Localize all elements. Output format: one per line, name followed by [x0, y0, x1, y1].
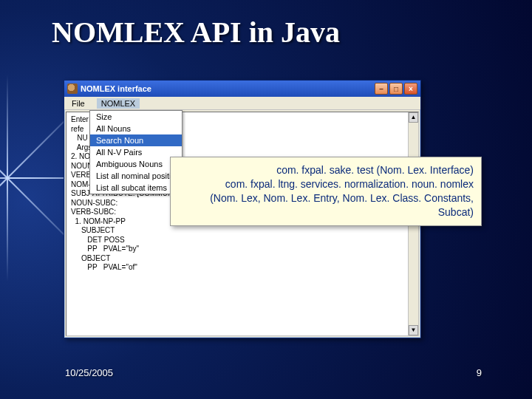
footer-page-number: 9: [477, 367, 482, 378]
minimize-button[interactable]: –: [375, 83, 388, 95]
window-title: NOMLEX interface: [81, 84, 375, 93]
callout-line: (Nom. Lex, Nom. Lex. Entry, Nom. Lex. Cl…: [178, 191, 474, 219]
dropdown-item-all-nv-pairs[interactable]: All N-V Pairs: [90, 146, 182, 158]
output-line: DET POSS: [71, 236, 414, 245]
callout-line: com. fxpal. sake. test (Nom. Lex. Interf…: [178, 163, 474, 177]
callout-line: com. fxpal. ltng. services. normalizatio…: [178, 177, 474, 191]
close-button[interactable]: ×: [404, 83, 417, 95]
menu-bar: File NOMLEX: [64, 97, 420, 110]
dropdown-item-size[interactable]: Size: [90, 111, 182, 123]
background-flare: [0, 148, 66, 236]
dropdown-item-list-subcat-items[interactable]: List all subcat items: [90, 182, 182, 194]
dropdown-item-search-noun[interactable]: Search Noun: [90, 134, 182, 146]
scroll-up-icon[interactable]: ▲: [409, 112, 418, 123]
dropdown-item-ambiguous-nouns[interactable]: Ambiguous Nouns: [90, 158, 182, 170]
nomlex-dropdown: Size All Nouns Search Noun All N-V Pairs…: [89, 110, 183, 194]
window-titlebar[interactable]: NOMLEX interface – □ ×: [64, 81, 420, 97]
window-controls: – □ ×: [375, 83, 417, 95]
slide-title: NOMLEX API in Java: [52, 15, 340, 50]
output-line: SUBJECT: [71, 226, 414, 236]
dropdown-item-all-nouns[interactable]: All Nouns: [90, 123, 182, 134]
maximize-button[interactable]: □: [389, 83, 403, 95]
api-callout-box: com. fxpal. sake. test (Nom. Lex. Interf…: [170, 157, 482, 226]
output-line: OBJECT: [71, 254, 414, 264]
dropdown-item-list-nominal-positions[interactable]: List all nominal positions: [90, 170, 182, 182]
menu-file[interactable]: File: [67, 98, 89, 109]
output-line: PP PVAL="by": [71, 245, 414, 254]
output-line: PP PVAL="of": [71, 263, 414, 273]
java-icon: [67, 83, 78, 94]
menu-nomlex[interactable]: NOMLEX: [97, 98, 140, 109]
footer-date: 10/25/2005: [65, 367, 113, 378]
scroll-down-icon[interactable]: ▼: [409, 325, 418, 335]
